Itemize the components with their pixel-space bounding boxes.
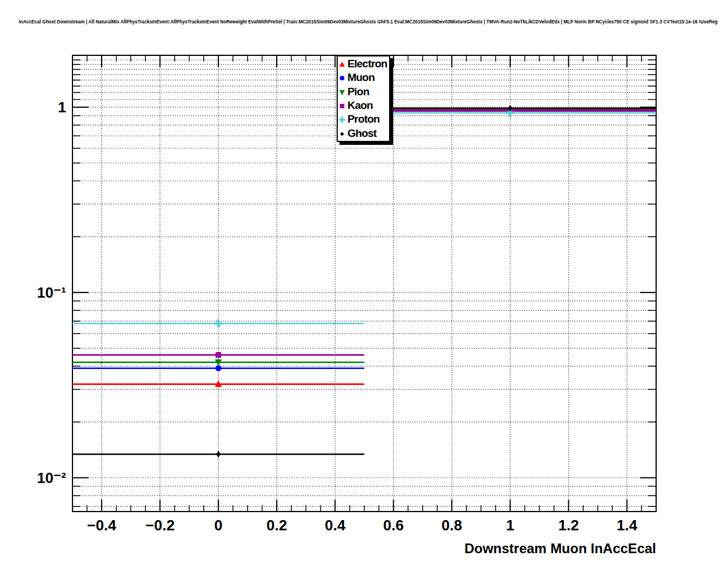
legend-item-electron: Electron [338,57,389,71]
x-axis-tick-label: 1 [506,517,514,534]
ghost-marker-icon [338,128,347,139]
data-marker-diamond [340,132,344,136]
legend-item-proton: Proton [338,112,389,126]
x-axis-tick-label: 0.6 [383,517,404,534]
muon-marker-icon [338,72,347,83]
legend-item-kaon: Kaon [338,99,389,112]
data-marker-circle [216,365,221,371]
data-marker-triangle-up [339,62,345,67]
pion-marker-icon [338,87,347,97]
data-marker-square [216,352,221,358]
data-marker-cross [339,117,345,123]
x-axis-tick-label: 1.4 [617,517,637,534]
proton-marker-icon [338,114,347,124]
data-marker-circle [340,76,345,80]
legend-label: Electron [347,58,387,70]
kaon-marker-icon [338,100,347,111]
x-axis-tick-label: 0.2 [266,517,287,534]
x-axis-tick-label: 1.2 [558,517,579,534]
electron-marker-icon [338,59,347,69]
x-axis-tick-label: 0 [215,517,223,534]
x-axis-tick-label: −0.4 [87,517,116,534]
root-canvas: InAccEcal Ghost Downstream | All Natural… [0,0,728,568]
y-axis-tick-label: 1 [16,98,66,116]
x-axis-tick-label: −0.2 [145,517,175,534]
y-axis-tick-label: 10⁻² [16,469,66,487]
x-axis-title: Downstream Muon InAccEcal [464,541,656,557]
data-marker-cross [215,319,223,327]
data-marker-triangle-down [339,90,345,95]
legend-item-pion: Pion [338,85,389,99]
x-axis-tick-label: 0.4 [325,517,345,534]
legend-box: Electron Muon Pion Kaon Proton Ghost [337,55,390,142]
legend-label: Kaon [347,99,373,112]
data-marker-square [340,104,345,108]
y-axis-tick-label: 10⁻¹ [16,283,66,302]
legend-label: Pion [347,86,369,98]
legend-label: Ghost [347,127,377,140]
data-marker-diamond [216,452,221,457]
legend-label: Proton [347,113,379,125]
legend-item-muon: Muon [338,71,389,84]
x-axis-tick-label: 0.8 [442,517,462,534]
legend-label: Muon [347,71,374,84]
legend-item-ghost: Ghost [338,127,389,140]
